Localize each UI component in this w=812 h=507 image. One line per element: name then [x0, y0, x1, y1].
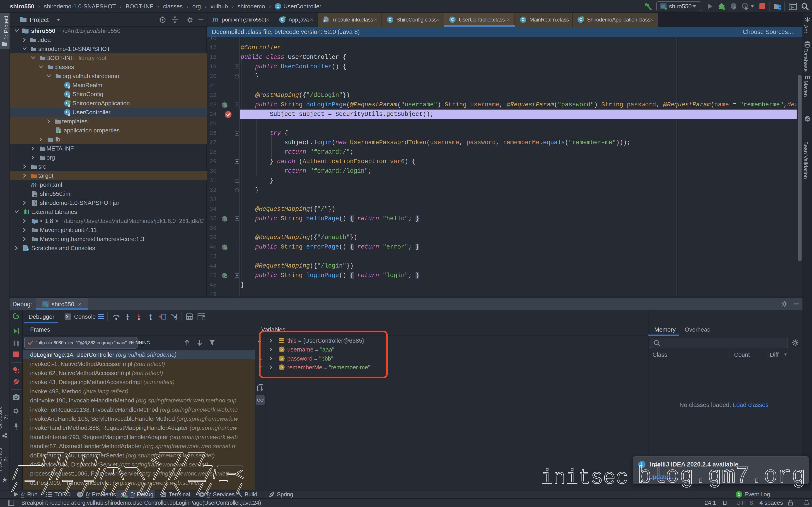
- svg-text:01: 01: [324, 20, 327, 22]
